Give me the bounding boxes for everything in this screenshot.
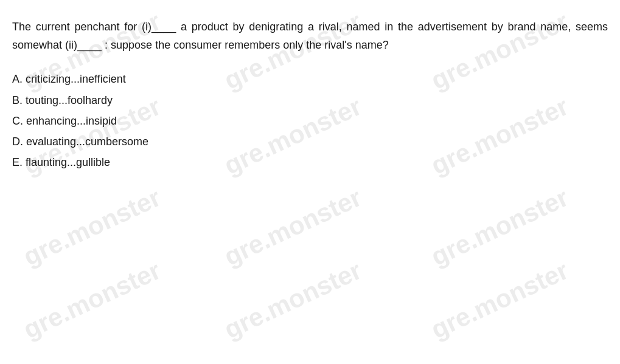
watermark-7: gre.monster bbox=[220, 183, 366, 272]
watermark-9: gre.monster bbox=[19, 256, 165, 345]
options-list: A. criticizing...inefficientB. touting..… bbox=[12, 69, 608, 173]
option-item-e[interactable]: E. flaunting...gullible bbox=[12, 152, 608, 173]
main-content: The current penchant for (i)____ a produ… bbox=[0, 0, 620, 185]
option-item-d[interactable]: D. evaluating...cumbersome bbox=[12, 131, 608, 152]
option-item-c[interactable]: C. enhancing...insipid bbox=[12, 111, 608, 131]
watermark-11: gre.monster bbox=[427, 256, 573, 345]
question-text: The current penchant for (i)____ a produ… bbox=[12, 18, 608, 54]
option-item-a[interactable]: A. criticizing...inefficient bbox=[12, 69, 608, 89]
watermark-10: gre.monster bbox=[220, 256, 366, 345]
option-item-b[interactable]: B. touting...foolhardy bbox=[12, 90, 608, 111]
watermark-6: gre.monster bbox=[19, 183, 165, 272]
watermark-8: gre.monster bbox=[427, 183, 573, 272]
